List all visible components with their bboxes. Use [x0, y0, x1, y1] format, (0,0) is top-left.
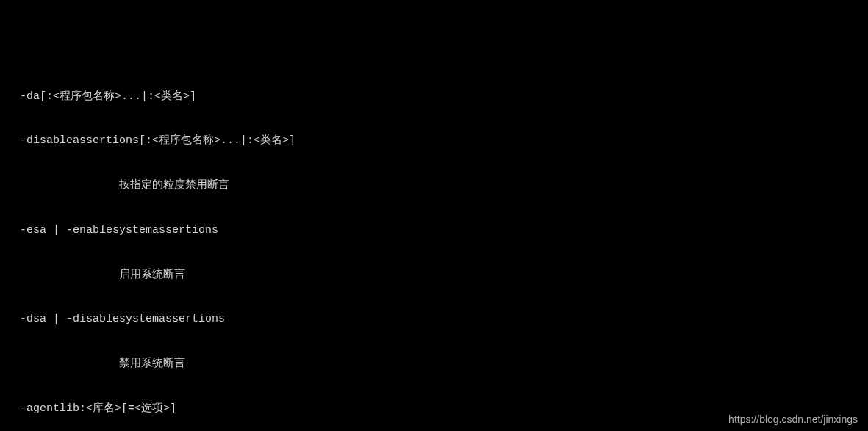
output-line: -da[:<程序包名称>...|:<类名>]	[0, 90, 868, 104]
terminal-output: -da[:<程序包名称>...|:<类名>] -disableassertion…	[0, 59, 868, 431]
output-line: 禁用系统断言	[0, 357, 868, 372]
watermark-text: https://blog.csdn.net/jinxings	[728, 413, 858, 427]
output-line: 按指定的粒度禁用断言	[0, 178, 868, 193]
output-line: -dsa | -disablesystemassertions	[0, 312, 868, 327]
output-line: -esa | -enablesystemassertions	[0, 223, 868, 238]
output-line: -disableassertions[:<程序包名称>...|:<类名>]	[0, 134, 868, 148]
output-line: 启用系统断言	[0, 268, 868, 283]
